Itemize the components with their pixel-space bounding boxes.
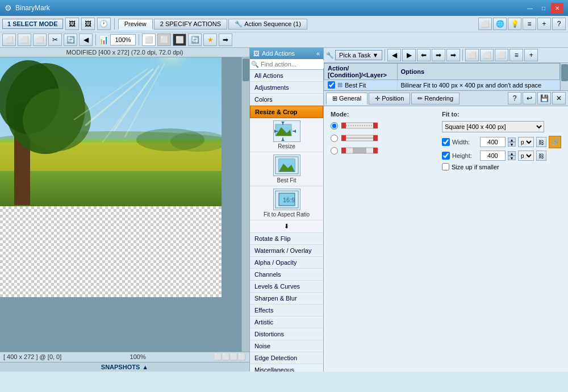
seq-right2-btn[interactable]: ➡ [446, 49, 460, 61]
row-icon: ⊞ [337, 81, 343, 89]
toolbar-icon-1[interactable]: 🖼 [65, 18, 79, 30]
mode-radio-1[interactable] [331, 122, 338, 130]
height-input[interactable] [480, 151, 506, 161]
toolbar-row1: 1 SELECT MODE 🖼 🖼 🕐 Preview 2 SPECIFY AC… [0, 16, 568, 32]
toolbar2-icon-2[interactable]: ⬜ [18, 34, 31, 46]
svg-marker-24 [281, 122, 285, 124]
specify-tab-button[interactable]: 2 SPECIFY ACTIONS [154, 19, 227, 30]
category-artistic[interactable]: Artistic [250, 316, 323, 328]
options-help-btn[interactable]: ? [508, 92, 521, 105]
toolbar-right-3[interactable]: 💡 [508, 18, 521, 30]
category-misc[interactable]: Miscellaneous [250, 364, 323, 372]
category-colors[interactable]: Colors [250, 94, 323, 106]
sequence-scroll-thumb[interactable] [561, 64, 568, 81]
category-alpha[interactable]: Alpha / Opacity [250, 257, 323, 269]
mode-radio-2[interactable] [331, 135, 338, 142]
toolbar-icon-2[interactable]: 🖼 [81, 18, 95, 30]
toolbar-icon-clock[interactable]: 🕐 [97, 18, 111, 30]
toolbar2-refresh2[interactable]: 🔄 [188, 34, 202, 46]
preview-tab-button[interactable]: Preview [118, 19, 153, 30]
fit-to-label: Fit to: [442, 111, 561, 118]
width-unit-select[interactable]: px [518, 137, 534, 147]
seq-red-btn[interactable]: ⬜ [495, 49, 508, 61]
category-resize-crop[interactable]: Resize & Crop [250, 106, 323, 118]
maximize-button[interactable]: □ [537, 3, 550, 13]
height-chain-btn[interactable]: ⛓ [536, 151, 546, 161]
category-levels[interactable]: Levels & Curves [250, 281, 323, 293]
svg-text:16:9: 16:9 [283, 197, 295, 203]
size-up-checkbox[interactable] [442, 163, 449, 170]
toolbar2-icon-3[interactable]: ⬜ [33, 34, 47, 46]
options-panel: ⊞ General ✛ Position ✏ Rendering ? ↩ 💾 ✕ [324, 91, 568, 372]
category-channels[interactable]: Channels [250, 269, 323, 281]
toolbar2-star[interactable]: ★ [203, 34, 217, 46]
category-rotate-flip[interactable]: Rotate & Flip [250, 233, 323, 245]
category-sharpen[interactable]: Sharpen & Blur [250, 293, 323, 305]
mode-radio-3[interactable] [331, 147, 338, 155]
more-items-btn[interactable]: ⬇ [250, 220, 323, 233]
minimize-button[interactable]: — [524, 3, 536, 13]
collapse-icon[interactable]: « [316, 50, 320, 57]
width-checkbox[interactable] [442, 138, 450, 146]
width-down-btn[interactable]: ▼ [508, 142, 516, 147]
action-item-fit-aspect[interactable]: 16:9 Fit to Aspect Ratio [250, 186, 323, 220]
toolbar2-color-3[interactable]: ⬜ [173, 34, 186, 46]
seq-plus-btn[interactable]: + [524, 49, 538, 61]
sequence-scrollbar[interactable] [560, 63, 568, 90]
action-item-resize[interactable]: Resize [250, 118, 323, 152]
select-mode-button[interactable]: 1 SELECT MODE [2, 19, 63, 29]
category-adjustments[interactable]: Adjustments [250, 82, 323, 94]
seq-right-btn[interactable]: ➡ [432, 49, 445, 61]
scrollbar-thumb[interactable] [243, 59, 249, 81]
options-save-btn[interactable]: 💾 [537, 92, 551, 105]
tab-rendering[interactable]: ✏ Rendering [411, 93, 460, 105]
table-row[interactable]: ⊞ Best Fit Bilinear Fit to 400 px × 400 … [324, 80, 560, 90]
category-noise[interactable]: Noise [250, 340, 323, 352]
seq-green-btn[interactable]: ⬜ [465, 49, 479, 61]
toolbar-plus[interactable]: + [537, 18, 551, 30]
width-chain-btn[interactable]: ⛓ [536, 137, 546, 147]
transparent-area [0, 206, 222, 297]
pick-task-button[interactable]: Pick a Task ▼ [335, 50, 382, 60]
height-up-btn[interactable]: ▲ [508, 151, 516, 156]
toolbar2-color-2[interactable]: ⬜ [157, 34, 171, 46]
category-all-actions[interactable]: All Actions [250, 70, 323, 82]
zoom-input[interactable] [110, 34, 136, 45]
toolbar-help[interactable]: ? [552, 18, 566, 30]
category-effects[interactable]: Effects [250, 305, 323, 316]
close-button[interactable]: ✕ [551, 3, 563, 13]
toolbar-right-1[interactable]: ⬜ [478, 18, 492, 30]
toolbar2-icon-1[interactable]: ⬜ [2, 34, 16, 46]
image-scrollbar-vertical[interactable] [241, 57, 249, 352]
seq-fwd-btn[interactable]: ▶ [402, 49, 416, 61]
seq-left-btn[interactable]: ⬅ [417, 49, 431, 61]
row-checkbox[interactable] [328, 81, 335, 89]
options-close-btn[interactable]: ✕ [552, 92, 566, 105]
height-down-btn[interactable]: ▼ [508, 156, 516, 160]
width-up-btn[interactable]: ▲ [508, 137, 516, 142]
category-edge[interactable]: Edge Detection [250, 352, 323, 364]
category-distortions[interactable]: Distortions [250, 328, 323, 340]
seq-back-btn[interactable]: ◀ [387, 49, 401, 61]
options-undo-btn[interactable]: ↩ [523, 92, 536, 105]
height-unit-select[interactable]: px [518, 151, 534, 161]
category-watermark[interactable]: Watermark / Overlay [250, 245, 323, 257]
toolbar-right-4[interactable]: ≡ [523, 18, 536, 30]
toolbar2-refresh[interactable]: 🔄 [64, 34, 77, 46]
toolbar-right-2[interactable]: 🌐 [493, 18, 507, 30]
actions-header: 🖼 Add Actions « [250, 48, 323, 59]
action-item-best-fit[interactable]: Best Fit [250, 152, 323, 186]
width-input[interactable] [480, 137, 506, 147]
height-checkbox[interactable] [442, 152, 450, 160]
seq-blue-btn[interactable]: ⬜ [480, 49, 494, 61]
tab-position[interactable]: ✛ Position [369, 93, 410, 105]
fit-to-dropdown[interactable]: Square [400 x 400 px] [442, 121, 544, 132]
snapshots-bar[interactable]: SNAPSHOTS ▲ [0, 362, 249, 372]
sequence-tab-button[interactable]: 🔧 Action Sequence (1) [228, 19, 307, 30]
tab-general[interactable]: ⊞ General [326, 93, 367, 105]
toolbar2-color-1[interactable]: ⬜ [142, 34, 156, 46]
toolbar2-icon-4[interactable]: ✂ [48, 34, 62, 46]
seq-extra-btn[interactable]: ≡ [509, 49, 523, 61]
toolbar2-arrow[interactable]: ➡ [219, 34, 232, 46]
toolbar2-icon-5[interactable]: ◀ [79, 34, 93, 46]
